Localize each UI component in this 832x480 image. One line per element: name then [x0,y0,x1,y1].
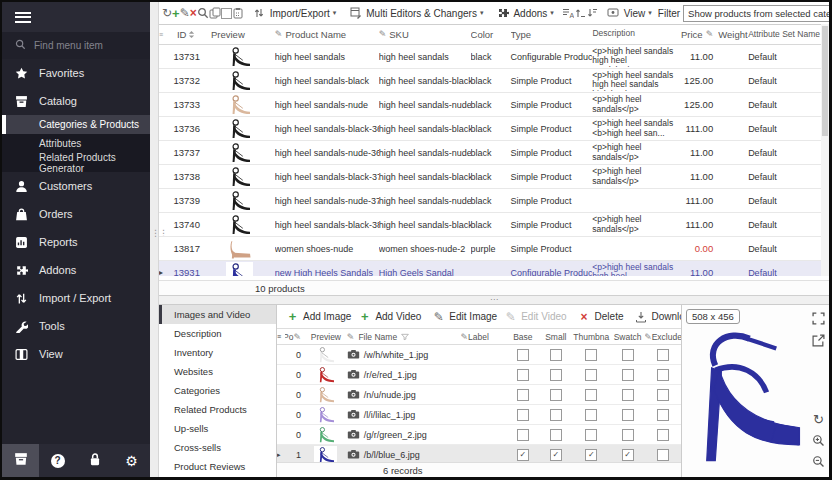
checkbox[interactable] [550,349,562,361]
column-header-file-name[interactable]: ✎File Name [347,332,461,342]
checkbox[interactable] [517,409,529,421]
tab-categories[interactable]: Categories [159,381,276,400]
checkbox[interactable]: ✓ [517,449,529,461]
sidebar-item-customers[interactable]: Customers [2,172,150,200]
column-header-preview[interactable]: Preview [305,332,347,342]
column-header-id[interactable]: ID [169,29,205,40]
column-header-swatch[interactable]: Swatch [610,332,645,342]
checkbox[interactable] [657,369,669,381]
tab-inventory[interactable]: Inventory [159,343,276,362]
tab-up-sells[interactable]: Up-sells [159,419,276,438]
checkbox[interactable]: ✓ [622,449,634,461]
hamburger-menu-button[interactable] [2,2,150,32]
help-button[interactable]: ? [39,444,76,477]
checkbox[interactable] [585,409,597,421]
checkbox[interactable] [657,429,669,441]
checkbox[interactable] [622,389,634,401]
product-row[interactable]: 13738high heel sandals-black-37high heel… [159,165,821,189]
sidebar-item-catalog[interactable]: Catalog [2,87,150,115]
column-header-small[interactable]: Small [539,332,572,342]
checkbox[interactable] [657,409,669,421]
checkbox[interactable] [585,369,597,381]
import-export-button[interactable]: Import/Export▾ [248,7,341,19]
checkbox[interactable] [550,429,562,441]
column-header-price[interactable]: Price✎ [678,29,718,40]
checkbox[interactable]: ✓ [585,449,597,461]
rotate-icon[interactable]: ↻ [811,412,826,427]
column-header-sku[interactable]: ✎SKU [379,29,471,40]
delete-product-icon[interactable]: × [190,6,197,20]
fullscreen-icon[interactable] [811,311,826,326]
column-filter-icon[interactable] [401,333,409,341]
scrollbar-thumb[interactable] [822,26,828,136]
tab-description[interactable]: Description [159,324,276,343]
edit-product-icon[interactable]: ✎ [180,6,190,20]
column-header-position[interactable]: Po✎ [285,332,305,342]
column-header-thumbnail[interactable]: Thumbna [572,332,610,342]
checkbox[interactable] [517,369,529,381]
checkbox[interactable] [622,349,634,361]
select-checkbox-icon[interactable] [221,8,232,19]
checkbox[interactable] [517,429,529,441]
column-header-exclude[interactable]: ✎Exclude [645,332,681,342]
column-header-weight[interactable]: Weight [718,29,748,40]
column-header-base[interactable]: Base [506,332,539,342]
checkbox[interactable] [657,389,669,401]
tab-product-reviews[interactable]: Product Reviews [159,457,276,476]
delete-image-button[interactable]: ×Delete [574,310,627,324]
checkbox[interactable] [657,349,669,361]
collapse-all-icon[interactable] [586,7,598,19]
image-row[interactable]: 0/n/u/nude.jpg [277,385,681,405]
checkbox[interactable] [622,429,634,441]
add-video-button[interactable]: +Add Video [354,309,424,324]
store-button[interactable] [2,444,39,477]
product-row[interactable]: 13733high heel sandals-nudehigh heel san… [159,93,821,117]
column-header-attribute-set[interactable]: Attribute Set Name [748,29,821,39]
settings-button[interactable]: ⚙ [113,444,150,477]
checkbox[interactable] [657,449,669,461]
checkbox[interactable] [550,409,562,421]
zoom-in-icon[interactable] [811,433,826,448]
sidebar-item-orders[interactable]: Orders [2,200,150,228]
refresh-icon[interactable]: ↻ [162,6,172,20]
tab-websites[interactable]: Websites [159,362,276,381]
checkbox[interactable] [517,349,529,361]
checkbox[interactable] [585,429,597,441]
sidebar-item-favorites[interactable]: Favorites [2,59,150,87]
tab-images-and-video[interactable]: Images and Video [159,305,276,324]
image-row[interactable]: 0/r/e/red_1.jpg [277,365,681,385]
column-header-type[interactable]: Type [511,29,593,40]
column-header-preview[interactable]: Preview [205,29,275,40]
multi-editors-button[interactable]: Multi Editors & Changers▾ [344,7,487,19]
checkbox[interactable] [550,369,562,381]
column-header-description[interactable]: Description [592,29,678,39]
product-row[interactable]: 13736high heel sandals-black-36high heel… [159,117,821,141]
add-product-icon[interactable]: + [172,6,180,21]
checkbox[interactable]: ✓ [550,449,562,461]
view-button[interactable]: View▾ [602,7,656,19]
image-row[interactable]: 0/w/h/white_1.jpg [277,345,681,365]
paste-special-icon[interactable] [232,7,244,19]
sidebar-search[interactable]: Find menu item [2,32,150,59]
checkbox[interactable] [585,349,597,361]
sidebar-item-related-products-generator[interactable]: Related Products Generator [2,153,150,172]
product-row[interactable]: ▸13931new High Heels SandalsHigh Geels S… [159,261,821,276]
sidebar-item-addons[interactable]: Addons [2,256,150,284]
image-row[interactable]: 0/g/r/green_2.jpg [277,425,681,445]
download-image-button[interactable]: Download Image [630,311,681,323]
open-external-icon[interactable] [811,333,826,348]
product-row[interactable]: 13817women shoes-nudewomen shoes-nude-2p… [159,237,821,261]
az-filter-icon[interactable]: A [562,7,574,19]
checkbox[interactable] [517,389,529,401]
sidebar-item-tools[interactable]: Tools [2,312,150,340]
checkbox[interactable] [550,389,562,401]
product-row[interactable]: 13737high heel sandals-nude-36high heel … [159,141,821,165]
sidebar-item-import-export[interactable]: Import / Export [2,284,150,312]
column-header-product-name[interactable]: ✎Product Name [275,29,379,40]
product-row[interactable]: 13739high heel sandals-nude-37high heel … [159,189,821,213]
checkbox[interactable] [622,409,634,421]
search-icon[interactable] [197,7,209,19]
add-image-button[interactable]: +Add Image [282,309,354,324]
column-header-color[interactable]: Color [471,29,511,40]
sidebar-item-categories-products[interactable]: Categories & Products [2,115,150,134]
